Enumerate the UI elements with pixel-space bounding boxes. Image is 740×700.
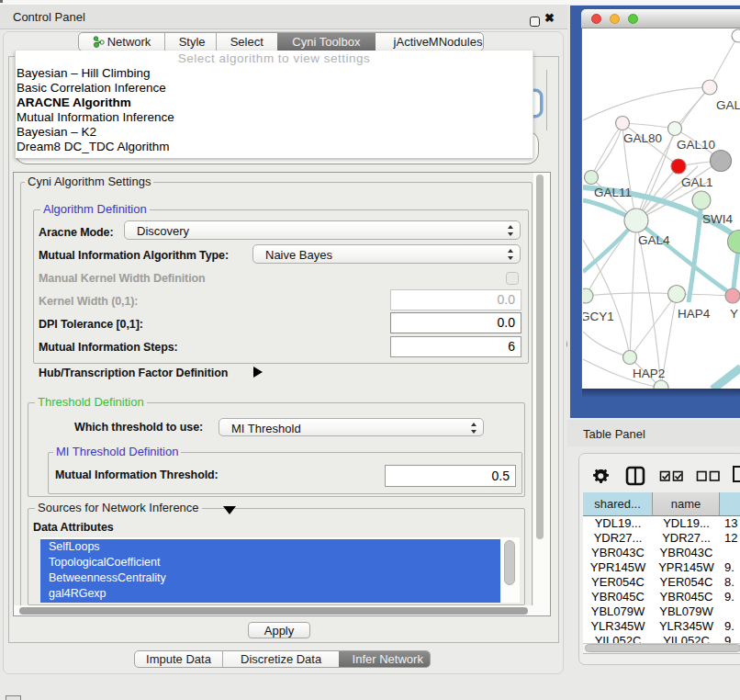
- svg-text:SWI4: SWI4: [702, 212, 733, 226]
- svg-text:GCY1: GCY1: [583, 310, 614, 323]
- svg-text:GAL7: GAL7: [716, 98, 740, 112]
- svg-text:GAL1: GAL1: [681, 175, 713, 189]
- svg-text:HAP2: HAP2: [633, 367, 665, 380]
- svg-text:GAL11: GAL11: [594, 186, 632, 199]
- svg-text:GAL4: GAL4: [638, 233, 670, 247]
- svg-text:HAP4: HAP4: [678, 307, 711, 321]
- svg-text:GAL80: GAL80: [623, 131, 662, 145]
- svg-text:GAL10: GAL10: [677, 138, 715, 152]
- svg-text:Y: Y: [730, 307, 738, 321]
